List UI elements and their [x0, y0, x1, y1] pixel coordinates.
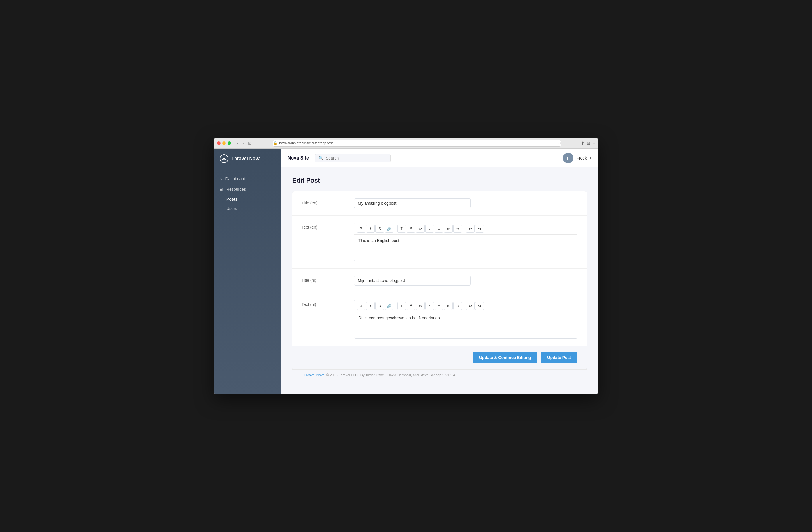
- rte-nl: B I S 🔗 T ❝ <> ≡: [354, 300, 578, 339]
- new-tab-button[interactable]: +: [593, 141, 595, 146]
- avatar: F: [563, 153, 574, 163]
- avatar-initials: F: [567, 156, 570, 160]
- dashboard-label: Dashboard: [225, 176, 245, 181]
- strike-button-nl[interactable]: S: [375, 302, 384, 310]
- title-nl-input[interactable]: [354, 276, 471, 286]
- redo-button-nl[interactable]: ↪: [475, 302, 484, 310]
- code-button-nl[interactable]: <>: [416, 302, 425, 310]
- share-button[interactable]: ⬆: [581, 141, 584, 146]
- back-button[interactable]: ‹: [236, 140, 240, 146]
- rte-en-toolbar: B I S 🔗 T ❝ <> ≡: [354, 223, 577, 235]
- ul-button-nl[interactable]: ≡: [425, 302, 434, 310]
- ul-button-en[interactable]: ≡: [425, 225, 434, 233]
- italic-button-nl[interactable]: I: [366, 302, 375, 310]
- bold-button-en[interactable]: B: [357, 225, 365, 233]
- sidebar-item-posts[interactable]: Posts: [214, 195, 280, 204]
- sidebar-item-users[interactable]: Users: [214, 204, 280, 213]
- rte-nl-block-group: T ❝ <> ≡ ≡ ⇤ ⇥: [397, 302, 464, 310]
- rte-en-format-group: B I S 🔗: [357, 225, 395, 233]
- posts-label: Posts: [226, 197, 237, 202]
- title-en-input[interactable]: [354, 198, 471, 208]
- sidebar-resources-item[interactable]: ⊞ Resources: [214, 184, 280, 195]
- update-post-button[interactable]: Update Post: [541, 352, 578, 363]
- page-title: Edit Post: [292, 177, 587, 184]
- title-en-field: [354, 198, 578, 208]
- sidebar-logo: Laravel Nova: [214, 149, 280, 169]
- rte-en-history-group: ↩ ↪: [466, 225, 485, 233]
- italic-button-en[interactable]: I: [366, 225, 375, 233]
- title-en-row: Title (en): [292, 191, 587, 216]
- close-button[interactable]: [217, 142, 220, 145]
- windowed-button[interactable]: ⊡: [587, 141, 590, 146]
- ol-button-en[interactable]: ≡: [435, 225, 443, 233]
- users-label: Users: [226, 206, 237, 211]
- main-content: Nova Site 🔍 F Freek ▾ Edit Post: [280, 149, 598, 394]
- search-icon: 🔍: [319, 156, 323, 160]
- svg-point-1: [223, 158, 225, 160]
- url-text: nova-translatable-field-testapp.test: [279, 141, 333, 145]
- lock-icon: 🔒: [273, 141, 277, 145]
- undo-button-en[interactable]: ↩: [466, 225, 475, 233]
- browser-nav: ‹ › ⊡: [236, 140, 253, 146]
- site-title: Nova Site: [288, 156, 309, 161]
- sidebar-toggle-button[interactable]: ⊡: [246, 140, 253, 146]
- footer-link[interactable]: Laravel Nova: [304, 373, 324, 377]
- text-en-row: Text (en) B I S 🔗: [292, 216, 587, 269]
- forward-button[interactable]: ›: [241, 140, 246, 146]
- indent-more-button-en[interactable]: ⇥: [453, 225, 462, 233]
- title-nl-field: [354, 276, 578, 286]
- laravel-nova-logo-icon: [219, 154, 229, 163]
- edit-post-form: Title (en) Text (en) B: [292, 191, 587, 369]
- strike-button-en[interactable]: S: [375, 225, 384, 233]
- bold-button-nl[interactable]: B: [357, 302, 365, 310]
- search-bar[interactable]: 🔍: [315, 154, 391, 162]
- title-nl-label: Title (nl): [302, 276, 354, 283]
- link-button-nl[interactable]: 🔗: [385, 302, 393, 310]
- redo-button-en[interactable]: ↪: [475, 225, 484, 233]
- title-nl-row: Title (nl): [292, 269, 587, 293]
- user-name: Freek: [576, 156, 587, 160]
- sidebar: Laravel Nova ⌂ Dashboard ⊞ Resources Pos…: [214, 149, 280, 394]
- rte-en-content[interactable]: This is an English post.: [354, 235, 577, 261]
- user-menu[interactable]: F Freek ▾: [563, 153, 592, 163]
- resources-label: Resources: [226, 187, 246, 192]
- minimize-button[interactable]: [222, 142, 226, 145]
- form-footer: Update & Continue Editing Update Post: [292, 346, 587, 369]
- text-nl-label: Text (nl): [302, 300, 354, 307]
- app-header: Nova Site 🔍 F Freek ▾: [280, 149, 598, 168]
- indent-less-button-en[interactable]: ⇤: [444, 225, 453, 233]
- chevron-down-icon: ▾: [590, 156, 592, 160]
- browser-actions: ⬆ ⊡ +: [581, 141, 595, 146]
- app-name-label: Laravel Nova: [232, 156, 261, 161]
- heading-button-en[interactable]: T: [397, 225, 406, 233]
- search-input[interactable]: [326, 156, 387, 160]
- reload-icon[interactable]: ↻: [558, 141, 561, 145]
- ol-button-nl[interactable]: ≡: [435, 302, 443, 310]
- url-bar: 🔒 nova-translatable-field-testapp.test ↻: [273, 140, 561, 147]
- text-en-field: B I S 🔗 T ❝ <> ≡: [354, 222, 578, 261]
- rte-nl-content[interactable]: Dit is een post geschreven in het Nederl…: [354, 312, 577, 338]
- maximize-button[interactable]: [228, 142, 231, 145]
- undo-button-nl[interactable]: ↩: [466, 302, 475, 310]
- sidebar-item-dashboard[interactable]: ⌂ Dashboard: [214, 174, 280, 184]
- rte-en-block-group: T ❝ <> ≡ ≡ ⇤ ⇥: [397, 225, 464, 233]
- indent-less-button-nl[interactable]: ⇤: [444, 302, 453, 310]
- text-en-label: Text (en): [302, 222, 354, 230]
- code-button-en[interactable]: <>: [416, 225, 425, 233]
- indent-more-button-nl[interactable]: ⇥: [453, 302, 462, 310]
- blockquote-button-nl[interactable]: ❝: [407, 302, 415, 310]
- text-nl-row: Text (nl) B I S 🔗: [292, 293, 587, 346]
- heading-button-nl[interactable]: T: [397, 302, 406, 310]
- sidebar-navigation: ⌂ Dashboard ⊞ Resources Posts Users: [214, 169, 280, 218]
- update-continue-button[interactable]: Update & Continue Editing: [473, 352, 537, 363]
- rte-nl-toolbar: B I S 🔗 T ❝ <> ≡: [354, 300, 577, 312]
- blockquote-button-en[interactable]: ❝: [407, 225, 415, 233]
- link-button-en[interactable]: 🔗: [385, 225, 393, 233]
- app-container: Laravel Nova ⌂ Dashboard ⊞ Resources Pos…: [214, 149, 598, 394]
- rte-nl-format-group: B I S 🔗: [357, 302, 395, 310]
- title-en-label: Title (en): [302, 198, 354, 205]
- home-icon: ⌂: [219, 176, 222, 181]
- browser-titlebar: ‹ › ⊡ 🔒 nova-translatable-field-testapp.…: [214, 138, 598, 149]
- text-nl-field: B I S 🔗 T ❝ <> ≡: [354, 300, 578, 339]
- rte-en: B I S 🔗 T ❝ <> ≡: [354, 222, 578, 261]
